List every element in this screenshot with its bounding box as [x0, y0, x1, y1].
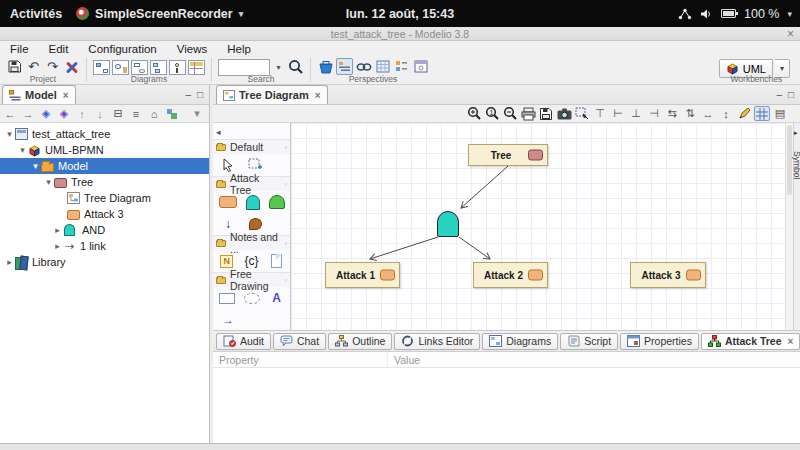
- ellipse-tool[interactable]: [244, 290, 260, 306]
- or-gate-tool[interactable]: [269, 194, 285, 210]
- tab-audit[interactable]: Audit: [216, 333, 271, 350]
- menu-file[interactable]: File: [0, 43, 39, 55]
- links-perspective-icon[interactable]: [355, 58, 372, 75]
- expander-icon[interactable]: ▸: [52, 241, 63, 251]
- tree-item-link[interactable]: ▸ ⇢ 1 link: [0, 238, 209, 254]
- tree-item-model[interactable]: ▾ Model: [0, 158, 209, 174]
- zoom-out-icon[interactable]: [502, 106, 518, 121]
- close-icon[interactable]: ×: [315, 90, 321, 101]
- model-perspective-icon[interactable]: [317, 58, 334, 75]
- tab-chat[interactable]: Chat: [273, 333, 326, 350]
- tab-properties[interactable]: Properties: [620, 333, 699, 350]
- tree-item-project[interactable]: ▾ test_attack_tree: [0, 126, 209, 142]
- minimize-view-button[interactable]: –: [776, 89, 782, 100]
- window-close-button[interactable]: ×: [787, 29, 794, 39]
- grid-toggle-icon[interactable]: [754, 106, 770, 121]
- node-tree[interactable]: Tree: [468, 144, 548, 166]
- palette-collapse-icon[interactable]: ◂: [216, 127, 221, 137]
- move-up-icon[interactable]: ↑: [74, 106, 90, 121]
- collapse-all-icon[interactable]: ⊟: [110, 106, 126, 121]
- symbol-side-tab[interactable]: ▸ Symbol: [793, 123, 800, 330]
- expander-icon[interactable]: ▸: [52, 225, 63, 235]
- tree-item-tree-diagram[interactable]: Tree Diagram: [0, 190, 209, 206]
- matrix-diagram-icon[interactable]: [188, 58, 205, 75]
- minimize-view-button[interactable]: –: [185, 89, 191, 100]
- palette-group-notes[interactable]: Notes and ... ◦: [213, 235, 290, 250]
- tab-model[interactable]: Model ×: [2, 85, 76, 104]
- countermeasure-tool[interactable]: [246, 216, 264, 232]
- swap-vertical-icon[interactable]: ⇅: [682, 106, 698, 121]
- redo-icon[interactable]: ↷: [44, 58, 61, 75]
- zoom-100-icon[interactable]: 1: [484, 106, 500, 121]
- menu-edit[interactable]: Edit: [39, 43, 79, 55]
- column-property[interactable]: Property: [213, 352, 388, 367]
- nav-forward-icon[interactable]: →: [20, 106, 36, 121]
- screenshot-icon[interactable]: [556, 106, 572, 121]
- print-icon[interactable]: [520, 106, 536, 121]
- rectangle-tool[interactable]: [219, 290, 235, 306]
- save-image-icon[interactable]: [538, 106, 554, 121]
- home-icon[interactable]: ⌂: [146, 106, 162, 121]
- and-gate[interactable]: [437, 211, 459, 237]
- class-diagram-icon[interactable]: [93, 58, 110, 75]
- maximize-view-button[interactable]: □: [197, 89, 203, 100]
- attack-node-tool[interactable]: [219, 194, 237, 210]
- matrix-perspective-icon[interactable]: [374, 58, 391, 75]
- text-tool[interactable]: A: [269, 290, 284, 306]
- tree-item-uml-bpmn[interactable]: ▾ UML-BPMN: [0, 142, 209, 158]
- diagram-edit-icon[interactable]: ▤: [772, 106, 788, 121]
- document-tool[interactable]: [268, 253, 284, 269]
- view-config-icon[interactable]: [164, 106, 180, 121]
- style-pen-icon[interactable]: [736, 106, 752, 121]
- align-bottom-icon[interactable]: ⊥: [628, 106, 644, 121]
- search-icon[interactable]: [287, 58, 304, 75]
- system-tray[interactable]: 100 % ▾: [678, 7, 800, 21]
- menu-help[interactable]: Help: [217, 43, 261, 55]
- palette-group-free-drawing[interactable]: Free Drawing ◦: [213, 272, 290, 287]
- close-icon[interactable]: ×: [63, 90, 69, 101]
- diagram-canvas[interactable]: Tree Attack 1 Attack 2 Attack 3: [291, 123, 785, 330]
- activity-diagram-icon[interactable]: [169, 58, 186, 75]
- composite-diagram-icon[interactable]: [150, 58, 167, 75]
- move-down-icon[interactable]: ↓: [92, 106, 108, 121]
- tab-attack-tree[interactable]: Attack Tree ×: [701, 333, 800, 350]
- use-case-diagram-icon[interactable]: [112, 58, 129, 75]
- palette-group-default[interactable]: Default ◦: [213, 139, 290, 154]
- align-left-icon[interactable]: ⊢: [610, 106, 626, 121]
- admin-tools-icon[interactable]: [63, 58, 80, 75]
- related-prev-icon[interactable]: ◈: [38, 106, 54, 121]
- related-next-icon[interactable]: ◈: [56, 106, 72, 121]
- audit-perspective-icon[interactable]: [393, 58, 410, 75]
- explorer-perspective-icon[interactable]: [336, 58, 353, 75]
- undo-icon[interactable]: ↶: [25, 58, 42, 75]
- swap-horizontal-icon[interactable]: ⇆: [664, 106, 680, 121]
- menu-views[interactable]: Views: [167, 43, 217, 55]
- flat-view-icon[interactable]: ≡: [128, 106, 144, 121]
- column-value[interactable]: Value: [388, 354, 420, 366]
- view-menu-icon[interactable]: ▾: [189, 106, 205, 121]
- select-tool[interactable]: [219, 157, 237, 173]
- tab-links-editor[interactable]: Links Editor: [394, 333, 480, 350]
- save-icon[interactable]: [6, 58, 23, 75]
- zoom-in-icon[interactable]: [466, 106, 482, 121]
- palette-group-attack-tree[interactable]: Attack Tree ◦: [213, 176, 290, 191]
- constraint-tool[interactable]: {c}: [244, 253, 260, 269]
- node-attack3[interactable]: Attack 3: [630, 262, 706, 288]
- tree-item-library[interactable]: ▸ Library: [0, 254, 209, 270]
- window-perspective-icon[interactable]: [412, 58, 429, 75]
- expander-icon[interactable]: ▾: [17, 145, 28, 155]
- tree-item-tree[interactable]: ▾ Tree: [0, 174, 209, 190]
- node-attack2[interactable]: Attack 2: [473, 262, 548, 288]
- note-tool[interactable]: N: [219, 253, 235, 269]
- stretch-vertical-icon[interactable]: ↕: [718, 106, 734, 121]
- tab-outline[interactable]: Outline: [328, 333, 392, 350]
- tab-diagrams[interactable]: Diagrams: [482, 333, 558, 350]
- maximize-view-button[interactable]: □: [788, 89, 794, 100]
- marquee-tool[interactable]: [246, 157, 264, 173]
- tab-script[interactable]: Script: [560, 333, 618, 350]
- nav-back-icon[interactable]: ←: [2, 106, 18, 121]
- expander-icon[interactable]: ▾: [43, 177, 54, 187]
- expander-icon[interactable]: ▾: [4, 129, 15, 139]
- align-right-icon[interactable]: ⊣: [646, 106, 662, 121]
- stretch-horizontal-icon[interactable]: ↔: [700, 106, 716, 121]
